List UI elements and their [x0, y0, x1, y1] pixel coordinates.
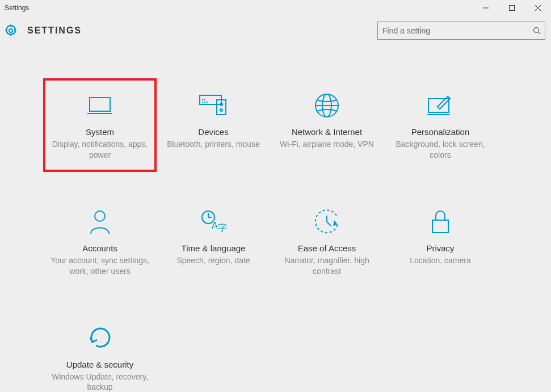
tile-title: Devices	[162, 127, 264, 137]
globe-icon	[276, 92, 378, 119]
tile-accounts[interactable]: Accounts Your account, sync settings, wo…	[43, 195, 157, 288]
tile-privacy[interactable]: Privacy Location, camera	[384, 195, 497, 288]
tile-desc: Background, lock screen, colors	[389, 139, 491, 161]
tile-system[interactable]: System Display, notifications, apps, pow…	[43, 78, 157, 172]
tile-desc: Your account, sync settings, work, other…	[49, 255, 151, 277]
search-box[interactable]	[377, 22, 545, 40]
close-button[interactable]	[525, 0, 551, 16]
titlebar: Settings	[0, 0, 551, 16]
tile-desc: Bluetooth, printers, mouse	[162, 139, 264, 150]
window-title: Settings	[5, 4, 29, 12]
svg-rect-7	[90, 98, 110, 111]
page-title: SETTINGS	[27, 26, 82, 36]
svg-point-23	[95, 211, 105, 221]
svg-text:字: 字	[218, 223, 227, 233]
update-icon	[49, 324, 151, 352]
gear-icon	[3, 23, 18, 38]
header: SETTINGS	[0, 16, 551, 45]
tile-personalization[interactable]: Personalization Background, lock screen,…	[384, 78, 497, 172]
minimize-button[interactable]	[473, 0, 499, 16]
tile-desc: Speech, region, date	[162, 255, 264, 266]
settings-grid: System Display, notifications, apps, pow…	[0, 45, 551, 392]
tile-network[interactable]: Network & Internet Wi-Fi, airplane mode,…	[270, 78, 384, 172]
tile-title: Update & security	[49, 360, 151, 369]
tile-update-security[interactable]: Update & security Windows Update, recove…	[43, 311, 157, 392]
maximize-button[interactable]	[499, 0, 525, 16]
tile-title: Time & language	[162, 243, 264, 253]
personalization-icon	[389, 92, 491, 119]
tile-desc: Display, notifications, apps, power	[49, 139, 151, 161]
window-controls	[473, 0, 551, 16]
header-left: SETTINGS	[3, 23, 82, 38]
devices-icon	[162, 92, 264, 119]
svg-rect-1	[510, 6, 515, 11]
tile-ease-of-access[interactable]: Ease of Access Narrator, magnifier, high…	[270, 195, 384, 288]
time-language-icon: A 字	[162, 208, 264, 235]
tile-devices[interactable]: Devices Bluetooth, printers, mouse	[157, 78, 270, 172]
svg-text:A: A	[212, 221, 218, 230]
svg-rect-29	[432, 220, 448, 233]
tile-title: Ease of Access	[276, 243, 378, 253]
lock-icon	[389, 208, 491, 235]
tile-desc: Windows Update, recovery, backup	[49, 372, 151, 392]
tile-desc: Location, camera	[389, 255, 491, 266]
svg-point-4	[9, 29, 12, 32]
tile-title: Network & Internet	[276, 127, 378, 137]
display-icon	[49, 92, 151, 119]
tile-title: System	[49, 127, 151, 137]
tile-time-language[interactable]: A 字 Time & language Speech, region, date	[157, 195, 270, 288]
person-icon	[49, 208, 151, 235]
tile-title: Accounts	[49, 243, 151, 253]
search-input[interactable]	[377, 22, 545, 40]
tile-title: Privacy	[389, 243, 491, 253]
tile-desc: Wi-Fi, airplane mode, VPN	[276, 139, 378, 150]
ease-of-access-icon	[276, 208, 378, 235]
svg-point-17	[220, 109, 222, 111]
tile-title: Personalization	[389, 127, 491, 137]
tile-desc: Narrator, magnifier, high contrast	[276, 255, 378, 277]
